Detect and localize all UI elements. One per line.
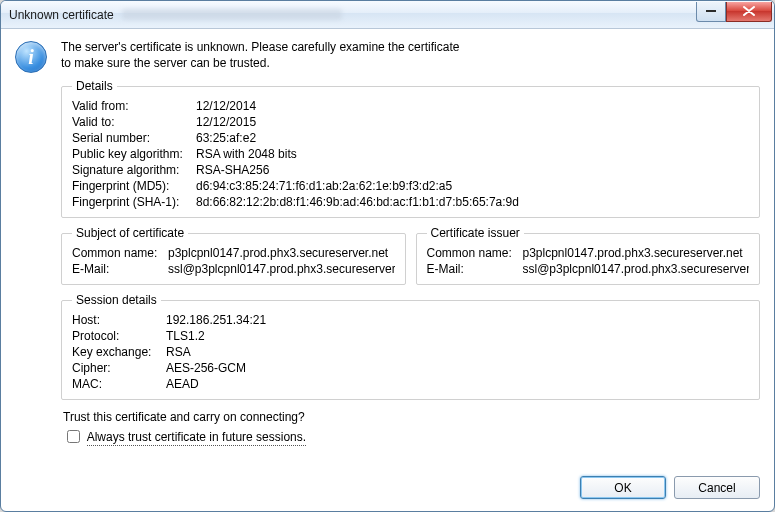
close-button[interactable]: [726, 2, 772, 22]
subject-list: Common name: p3plcpnl0147.prod.phx3.secu…: [72, 246, 395, 276]
issuer-legend: Certificate issuer: [427, 226, 524, 240]
cipher-label: Cipher:: [72, 361, 162, 375]
window-title: Unknown certificate: [9, 8, 114, 22]
intro-line2: to make sure the server can be trusted.: [61, 55, 760, 71]
subject-email-value: ssl@p3plcpnl0147.prod.phx3.secureserver.…: [168, 262, 395, 276]
intro-line1: The server's certificate is unknown. Ple…: [61, 39, 760, 55]
intro-text: The server's certificate is unknown. Ple…: [61, 39, 760, 71]
details-legend: Details: [72, 79, 117, 93]
host-label: Host:: [72, 313, 162, 327]
dialog-content: i The server's certificate is unknown. P…: [1, 29, 774, 468]
trust-checkbox-row: Always trust certificate in future sessi…: [63, 427, 760, 446]
kex-label: Key exchange:: [72, 345, 162, 359]
cipher-value: AES-256-GCM: [166, 361, 749, 375]
titlebar[interactable]: Unknown certificate: [1, 1, 774, 29]
mac-label: MAC:: [72, 377, 162, 391]
body-column: The server's certificate is unknown. Ple…: [61, 39, 760, 462]
cancel-button[interactable]: Cancel: [674, 476, 760, 499]
ok-button[interactable]: OK: [580, 476, 666, 499]
titlebar-obscured-text: [122, 9, 342, 20]
issuer-email-label: E-Mail:: [427, 262, 519, 276]
sig-value: RSA-SHA256: [196, 163, 749, 177]
details-group: Details Valid from: 12/12/2014 Valid to:…: [61, 79, 760, 218]
icon-column: i: [15, 39, 51, 462]
button-bar: OK Cancel: [1, 468, 774, 511]
valid-to-value: 12/12/2015: [196, 115, 749, 129]
minimize-icon: [706, 10, 716, 12]
valid-from-value: 12/12/2014: [196, 99, 749, 113]
subject-cn-label: Common name:: [72, 246, 164, 260]
issuer-email-value: ssl@p3plcpnl0147.prod.phx3.secureserver.…: [523, 262, 750, 276]
always-trust-checkbox[interactable]: [67, 430, 80, 443]
valid-from-label: Valid from:: [72, 99, 192, 113]
md5-label: Fingerprint (MD5):: [72, 179, 192, 193]
proto-value: TLS1.2: [166, 329, 749, 343]
proto-label: Protocol:: [72, 329, 162, 343]
issuer-cn-label: Common name:: [427, 246, 519, 260]
host-value: 192.186.251.34:21: [166, 313, 749, 327]
serial-value: 63:25:af:e2: [196, 131, 749, 145]
issuer-list: Common name: p3plcpnl0147.prod.phx3.secu…: [427, 246, 750, 276]
pubkey-value: RSA with 2048 bits: [196, 147, 749, 161]
subject-email-label: E-Mail:: [72, 262, 164, 276]
session-group: Session details Host: 192.186.251.34:21 …: [61, 293, 760, 400]
serial-label: Serial number:: [72, 131, 192, 145]
subject-issuer-row: Subject of certificate Common name: p3pl…: [61, 226, 760, 293]
issuer-cn-value: p3plcpnl0147.prod.phx3.secureserver.net: [523, 246, 750, 260]
always-trust-label[interactable]: Always trust certificate in future sessi…: [87, 430, 306, 446]
issuer-group: Certificate issuer Common name: p3plcpnl…: [416, 226, 761, 285]
md5-value: d6:94:c3:85:24:71:f6:d1:ab:2a:62:1e:b9:f…: [196, 179, 749, 193]
trust-question: Trust this certificate and carry on conn…: [63, 410, 760, 424]
close-icon: [743, 6, 755, 16]
sha1-label: Fingerprint (SHA-1):: [72, 195, 192, 209]
subject-group: Subject of certificate Common name: p3pl…: [61, 226, 406, 285]
subject-legend: Subject of certificate: [72, 226, 188, 240]
sig-label: Signature algorithm:: [72, 163, 192, 177]
valid-to-label: Valid to:: [72, 115, 192, 129]
session-legend: Session details: [72, 293, 161, 307]
mac-value: AEAD: [166, 377, 749, 391]
session-list: Host: 192.186.251.34:21 Protocol: TLS1.2…: [72, 313, 749, 391]
info-icon: i: [15, 41, 47, 73]
kex-value: RSA: [166, 345, 749, 359]
subject-cn-value: p3plcpnl0147.prod.phx3.secureserver.net: [168, 246, 395, 260]
sha1-value: 8d:66:82:12:2b:d8:f1:46:9b:ad:46:bd:ac:f…: [196, 195, 749, 209]
window-controls: [696, 2, 772, 22]
pubkey-label: Public key algorithm:: [72, 147, 192, 161]
dialog-window: Unknown certificate i The server's certi…: [0, 0, 775, 512]
details-list: Valid from: 12/12/2014 Valid to: 12/12/2…: [72, 99, 749, 209]
minimize-button[interactable]: [696, 2, 726, 22]
trust-section: Trust this certificate and carry on conn…: [61, 410, 760, 446]
